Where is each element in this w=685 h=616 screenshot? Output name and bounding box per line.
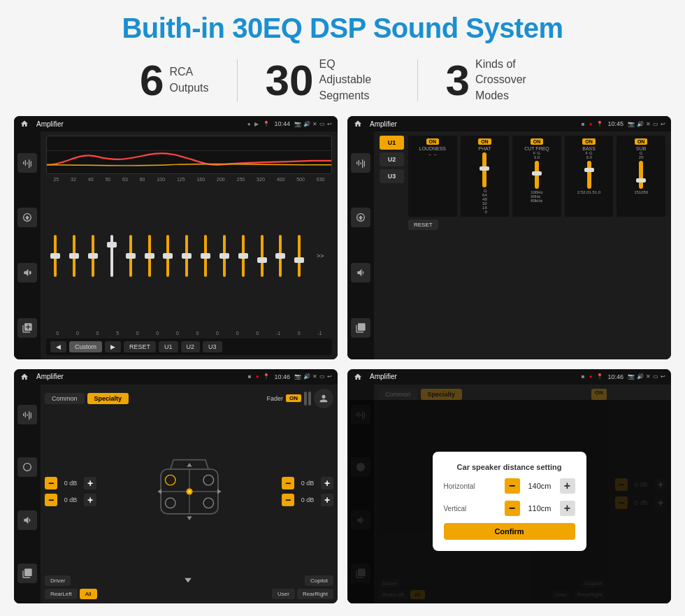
xover-side-btn-4[interactable] <box>351 318 370 338</box>
eq-prev-btn[interactable]: ◀ <box>50 341 66 352</box>
eq-slider-6[interactable] <box>148 231 151 280</box>
fader-lr-minus[interactable]: − <box>45 494 57 506</box>
eq-slider-10[interactable] <box>223 231 226 280</box>
fader-btn-rearleft[interactable]: RearLeft <box>45 589 78 599</box>
xover-side-controls <box>347 131 374 359</box>
dialog-horizontal-plus[interactable]: + <box>560 478 575 494</box>
fader-user-icon[interactable] <box>314 389 333 408</box>
dialog-horizontal-value: 140cm <box>524 482 556 490</box>
feature-crossover: 3 Kinds ofCrossover Modes <box>418 57 573 103</box>
eq-slider-3[interactable] <box>92 231 94 280</box>
eq-slider-13[interactable] <box>279 231 282 280</box>
fader-lf-plus[interactable]: + <box>84 477 96 489</box>
xover-u1-btn[interactable]: U1 <box>380 136 404 150</box>
xover-bass-on[interactable]: ON <box>582 138 596 145</box>
fader-tab-specialty[interactable]: Specialty <box>87 393 129 404</box>
fader-rr-plus[interactable]: + <box>321 494 333 506</box>
xover-cutfreq-slider[interactable] <box>535 161 539 189</box>
fader-bottom-row: Driver Copilot <box>45 575 333 586</box>
xover-cutfreq-on[interactable]: ON <box>531 138 544 145</box>
dialog-horizontal-minus[interactable]: − <box>505 478 520 494</box>
main-title: Buith-in 30EQ DSP Sound System <box>122 13 563 44</box>
dialog-vertical-minus[interactable]: − <box>505 501 520 516</box>
dialog-vertical-plus[interactable]: + <box>560 501 575 516</box>
xover-controls-row: ON LOUDNESS ~ ~ ON PHAT <box>408 136 665 217</box>
xover-sub-slider[interactable] <box>639 161 643 189</box>
xover-loudness-label: LOUDNESS <box>419 146 447 151</box>
eq-side-btn-1[interactable] <box>17 153 37 173</box>
eq-slider-5[interactable] <box>129 231 132 280</box>
fader-btn-copilot[interactable]: Copilot <box>305 575 333 586</box>
fader-side-btn-2[interactable] <box>17 457 37 477</box>
xover-loudness-on[interactable]: ON <box>426 138 440 145</box>
xover-side-btn-2[interactable] <box>351 208 370 227</box>
xover-side-btn-1[interactable] <box>351 153 370 173</box>
eq-slider-14[interactable] <box>298 231 301 280</box>
fader-btn-user[interactable]: User <box>272 589 295 599</box>
xover-home-icon[interactable] <box>353 119 363 129</box>
feature-eq-number: 30 <box>266 59 314 102</box>
screen-eq: Amplifier ● ▶ 📍 10:44 📷 🔊 ✕ ▭ ↩ <box>14 116 338 359</box>
xover-u3-btn[interactable]: U3 <box>380 169 404 183</box>
fader-side-btn-4[interactable] <box>17 564 37 583</box>
fader-btn-all[interactable]: All <box>80 589 97 599</box>
fader-home-icon[interactable] <box>20 372 29 382</box>
fader-lr-plus[interactable]: + <box>84 494 96 506</box>
fader-tab-common[interactable]: Common <box>45 393 85 404</box>
eq-side-btn-4[interactable] <box>17 318 37 338</box>
xover-phat: ON PHAT G 64 48 32 16 <box>461 136 510 217</box>
svg-point-8 <box>165 498 175 508</box>
eq-home-icon[interactable] <box>20 119 29 129</box>
xover-side-btn-3[interactable] <box>351 263 370 282</box>
svg-marker-15 <box>217 489 221 494</box>
fader-lf-minus[interactable]: − <box>45 477 57 489</box>
eq-reset-btn[interactable]: RESET <box>124 341 156 352</box>
fader-on-badge[interactable]: ON <box>286 394 301 402</box>
fader-rf-plus[interactable]: + <box>321 477 333 489</box>
xover-phat-slider[interactable] <box>482 152 486 187</box>
fader-rr-minus[interactable]: − <box>282 494 294 506</box>
dialog-home-icon[interactable] <box>353 372 363 382</box>
fader-mini-sliders <box>304 392 311 406</box>
eq-slider-9[interactable] <box>204 231 207 280</box>
xover-reset-btn[interactable]: RESET <box>408 220 438 230</box>
eq-sliders: >> <box>46 185 332 327</box>
eq-slider-8[interactable] <box>185 231 188 280</box>
eq-u2-btn[interactable]: U2 <box>181 341 201 352</box>
xover-sub-on[interactable]: ON <box>635 138 648 145</box>
fader-lf-value: 0 dB <box>60 480 81 487</box>
eq-side-btn-2[interactable] <box>17 208 37 227</box>
svg-point-9 <box>203 498 214 508</box>
eq-next-btn[interactable]: ▶ <box>105 341 121 352</box>
xover-time: 10:45 <box>607 120 623 127</box>
fader-btn-rearright[interactable]: RearRight <box>297 589 333 599</box>
confirm-button[interactable]: Confirm <box>444 523 575 540</box>
eq-slider-11[interactable] <box>242 231 245 280</box>
eq-slider-12[interactable] <box>261 231 264 280</box>
eq-u3-btn[interactable]: U3 <box>203 341 222 352</box>
eq-slider-7[interactable] <box>166 231 169 280</box>
svg-marker-14 <box>157 489 161 494</box>
xover-bass-slider[interactable] <box>587 161 591 189</box>
eq-time: 10:44 <box>274 120 290 127</box>
dialog-overlay: Car speaker distance setting Horizontal … <box>347 400 671 603</box>
eq-side-btn-3[interactable] <box>17 263 37 282</box>
page-wrapper: Buith-in 30EQ DSP Sound System 6 RCAOutp… <box>0 0 685 616</box>
eq-expand[interactable]: >> <box>317 252 324 259</box>
xover-cutfreq: ON CUT FREQ F G 3.0 100Hz90Hz80kHz <box>512 136 561 217</box>
xover-u2-btn[interactable]: U2 <box>380 152 404 166</box>
eq-preset-custom[interactable]: Custom <box>69 341 102 352</box>
eq-u1-btn[interactable]: U1 <box>159 341 178 352</box>
fader-rf-minus[interactable]: − <box>282 477 294 489</box>
svg-point-6 <box>165 475 175 485</box>
eq-slider-4[interactable] <box>110 231 113 280</box>
fader-header: Common Specialty Fader ON <box>45 389 333 408</box>
eq-slider-1[interactable] <box>54 231 57 280</box>
svg-point-11 <box>188 490 191 493</box>
xover-phat-on[interactable]: ON <box>478 138 491 145</box>
xover-presets: U1 U2 U3 <box>380 136 404 354</box>
eq-slider-2[interactable] <box>73 231 75 280</box>
fader-side-btn-1[interactable] <box>17 405 37 424</box>
fader-btn-driver[interactable]: Driver <box>45 575 71 586</box>
fader-side-btn-3[interactable] <box>17 510 37 530</box>
